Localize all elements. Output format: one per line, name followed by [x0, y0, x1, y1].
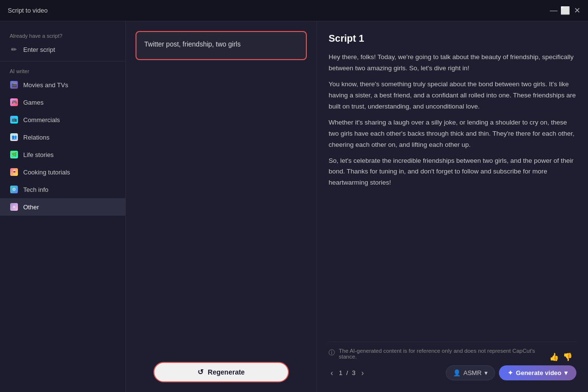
relations-label: Relations [23, 134, 49, 141]
footer-actions: ‹ 1 / 3 › 👤 ASMR ▾ ✦ Generate video [329, 365, 576, 380]
enter-script-label: Enter script [23, 46, 55, 53]
next-page-button[interactable]: › [359, 368, 365, 378]
user-icon: 👤 [453, 369, 461, 376]
life-stories-icon: 🌿 [10, 150, 18, 159]
games-label: Games [23, 99, 44, 106]
feedback-buttons: 👍 👎 [549, 352, 573, 361]
other-icon-box: ≡ [10, 203, 18, 211]
window-controls: — ⬜ ✕ [550, 7, 580, 14]
center-bottom-bar: ↺ Regenerate [136, 362, 307, 382]
relations-icon: 👥 [10, 133, 18, 141]
movies-icon: 🎬 [10, 80, 18, 89]
pencil-icon: ✏ [10, 45, 18, 54]
sidebar-item-movies[interactable]: 🎬 Movies and TVs [0, 76, 125, 94]
disclaimer-text: ⓘ The AI-generated content is for refere… [329, 348, 549, 360]
other-label: Other [23, 204, 39, 211]
generate-video-button[interactable]: ✦ Generate video ▾ [499, 365, 576, 380]
ai-writer-label: AI writer [0, 64, 125, 76]
regenerate-icon: ↺ [197, 368, 204, 376]
script-paragraph-3: Whether it's sharing a laugh over a sill… [329, 117, 576, 151]
games-icon-box: 🎮 [10, 98, 18, 106]
regenerate-label: Regenerate [208, 368, 244, 376]
relations-icon-box: 👥 [10, 133, 18, 141]
info-icon: ⓘ [329, 348, 335, 357]
minimize-button[interactable]: — [550, 7, 557, 14]
already-have-script-label: Already have a script? [0, 29, 125, 41]
sidebar-item-commercials[interactable]: 📺 Commercials [0, 111, 125, 128]
sidebar-item-relations[interactable]: 👥 Relations [0, 128, 125, 146]
sidebar-item-life-stories[interactable]: 🌿 Life stories [0, 146, 125, 163]
life-stories-label: Life stories [23, 151, 54, 158]
sidebar-item-games[interactable]: 🎮 Games [0, 94, 125, 111]
regenerate-button[interactable]: ↺ Regenerate [153, 362, 289, 382]
asmr-button[interactable]: 👤 ASMR ▾ [446, 365, 496, 380]
life-icon-box: 🌿 [10, 151, 18, 158]
right-action-buttons: 👤 ASMR ▾ ✦ Generate video ▾ [446, 365, 577, 380]
sidebar-divider [0, 61, 125, 62]
page-total: 3 [352, 369, 355, 376]
other-icon: ≡ [10, 203, 18, 211]
movies-icon-box: 🎬 [10, 81, 18, 89]
prompt-input[interactable]: Twitter post, friendship, two girls [136, 31, 307, 60]
generate-chevron-icon: ▾ [564, 369, 568, 376]
sidebar-item-cooking-tutorials[interactable]: 🍷 Cooking tutorials [0, 163, 125, 181]
movies-label: Movies and TVs [23, 81, 68, 89]
pagination: ‹ 1 / 3 › [329, 368, 366, 378]
script-paragraph-1: Hey there, folks! Today, we're going to … [329, 52, 576, 74]
tech-icon-box: ⚙ [10, 186, 18, 193]
commercials-icon: 📺 [10, 115, 18, 124]
cooking-icon-box: 🍷 [10, 168, 18, 176]
window-title: Script to video [8, 7, 47, 14]
close-button[interactable]: ✕ [573, 7, 580, 14]
games-icon: 🎮 [10, 98, 18, 107]
sidebar-item-tech-info[interactable]: ⚙ Tech info [0, 181, 125, 198]
right-panel: Script 1 Hey there, folks! Today, we're … [317, 21, 588, 392]
commercials-label: Commercials [23, 116, 60, 124]
page-separator: / [347, 369, 348, 376]
script-title: Script 1 [329, 33, 576, 44]
cooking-tutorials-label: Cooking tutorials [23, 169, 70, 176]
center-panel: Twitter post, friendship, two girls ↺ Re… [126, 21, 317, 392]
sidebar-item-enter-script[interactable]: ✏ Enter script [0, 41, 125, 58]
tech-info-label: Tech info [23, 186, 48, 193]
commercials-icon-box: 📺 [10, 116, 18, 124]
sidebar-item-other[interactable]: ≡ Other [0, 198, 125, 216]
tech-icon: ⚙ [10, 185, 18, 194]
thumbs-up-button[interactable]: 👍 [549, 352, 559, 361]
main-container: Already have a script? ✏ Enter script AI… [0, 21, 588, 392]
maximize-button[interactable]: ⬜ [562, 7, 569, 14]
asmr-label: ASMR [464, 369, 482, 376]
sidebar: Already have a script? ✏ Enter script AI… [0, 21, 126, 392]
cooking-icon: 🍷 [10, 168, 18, 176]
script-footer: ⓘ The AI-generated content is for refere… [329, 342, 576, 380]
asmr-chevron-icon: ▾ [484, 369, 488, 376]
generate-label: Generate video [516, 369, 561, 376]
page-current: 1 [339, 369, 342, 376]
script-paragraph-4: So, let's celebrate the incredible frien… [329, 156, 576, 189]
prev-page-button[interactable]: ‹ [329, 368, 335, 378]
thumbs-down-button[interactable]: 👎 [563, 352, 573, 361]
disclaimer-row: ⓘ The AI-generated content is for refere… [329, 348, 576, 365]
generate-icon: ✦ [508, 369, 513, 376]
disclaimer-content: The AI-generated content is for referenc… [339, 348, 549, 360]
script-paragraph-2: You know, there's something truly specia… [329, 79, 576, 112]
title-bar: Script to video — ⬜ ✕ [0, 0, 588, 21]
script-content: Hey there, folks! Today, we're going to … [329, 52, 576, 334]
